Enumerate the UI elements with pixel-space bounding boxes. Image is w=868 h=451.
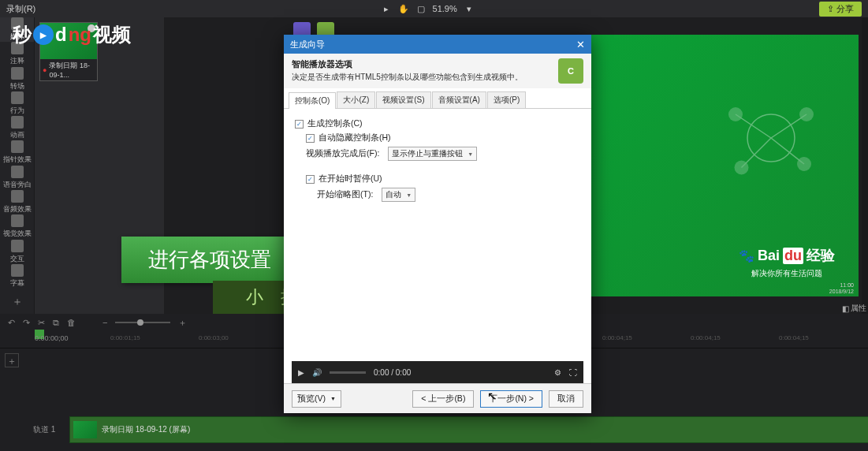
sidebar-item-cursor[interactable]: 指针效果 — [0, 140, 34, 165]
sidebar-label: 注释 — [10, 56, 24, 66]
timeline-clip[interactable]: 录制日期 18-09-12 (屏幕) — [69, 416, 868, 443]
label-thumb: 开始缩略图(T): — [317, 189, 373, 200]
dialog-header-desc: 决定是否生成带有HTML5控制条以及哪些功能包含到生成视频中。 — [292, 72, 523, 83]
delete-icon[interactable]: 🗑 — [67, 318, 76, 327]
cut-icon[interactable]: ✂ — [38, 318, 45, 328]
dialog-header: 智能播放器选项 决定是否生成带有HTML5控制条以及哪些功能包含到生成视频中。 … — [284, 54, 591, 88]
dialog-tabs: 控制条(O) 大小(Z) 视频设置(S) 音频设置(A) 选项(P) — [284, 88, 591, 109]
sidebar-item-transition[interactable]: 转场 — [0, 67, 34, 91]
sidebar-item-interact[interactable]: 交互 — [0, 239, 34, 263]
clip-thumb-icon — [73, 421, 97, 438]
close-icon[interactable]: ✕ — [576, 39, 585, 50]
combo-thumb-value: 自动 — [386, 189, 401, 200]
mic-icon — [11, 166, 24, 178]
zoom-value[interactable]: 51.9% — [433, 4, 457, 13]
svg-line-8 — [771, 138, 804, 164]
cursor-icon — [11, 140, 24, 153]
hand-icon[interactable]: ✋ — [398, 4, 409, 14]
zoom-controls: ▸ ✋ ▢ 51.9% ▾ — [381, 4, 475, 14]
play-circle-icon: ▶ — [33, 24, 54, 45]
audio-icon — [11, 190, 24, 203]
animation-icon — [11, 116, 24, 129]
checkbox-auto-hide[interactable]: ✓ — [306, 134, 315, 143]
pointer-icon[interactable]: ▸ — [381, 4, 392, 14]
tab-video[interactable]: 视频设置(S) — [376, 91, 430, 108]
tab-controls[interactable]: 控制条(O) — [289, 92, 336, 109]
sidebar-label: 交互 — [10, 254, 24, 264]
play-icon[interactable]: ▶ — [298, 368, 304, 377]
gear-icon[interactable]: ⚙ — [554, 368, 561, 377]
brand-left: Bai — [758, 248, 780, 264]
ruler-tick: 0:00:01;15 — [110, 334, 140, 341]
chevron-down-icon[interactable]: ▾ — [464, 4, 475, 14]
zoom-out-icon[interactable]: − — [102, 318, 107, 327]
properties-label: 属性 — [851, 303, 866, 314]
zoom-slider[interactable] — [115, 322, 170, 323]
slider-knob[interactable] — [137, 319, 143, 326]
crop-icon[interactable]: ▢ — [415, 4, 427, 14]
sidebar-label: 音频效果 — [3, 204, 32, 214]
menubar: 录制(R) ▸ ✋ ▢ 51.9% ▾ ⇪ 分享 — [0, 0, 868, 17]
brand-mid: du — [783, 248, 803, 264]
clip-label: 录制日期 18-09-12 (屏幕) — [102, 424, 190, 435]
label-pause-start: 在开始时暂停(U) — [319, 173, 382, 184]
export-wizard-dialog: 生成向导 ✕ 智能播放器选项 决定是否生成带有HTML5控制条以及哪些功能包含到… — [284, 35, 591, 413]
ruler-tick: 0:00:04;15 — [691, 334, 721, 341]
menu-record[interactable]: 录制(R) — [6, 3, 35, 15]
paw-icon: 🐾 — [739, 248, 754, 263]
redo-icon[interactable]: ↷ — [23, 318, 30, 328]
back-button[interactable]: < 上一步(B) — [412, 390, 474, 408]
combo-after-play[interactable]: 显示停止与重播按钮 ▼ — [388, 147, 477, 161]
dialog-footer: 预览(V) ▼ < 上一步(B) 下一步(N) > 取消 — [284, 383, 591, 413]
annotation-main: 进行各项设置 — [121, 237, 298, 283]
record-dot-icon: ● — [43, 66, 47, 74]
logo-part: 秒 — [13, 22, 32, 47]
sidebar-item-narration[interactable]: 语音旁白 — [0, 166, 34, 190]
bulb-decoration-icon — [712, 79, 830, 197]
undo-icon[interactable]: ↶ — [8, 318, 15, 328]
ruler-tick: 0:00:04;15 — [779, 334, 809, 341]
zoom-in-icon[interactable]: ＋ — [178, 317, 187, 329]
sidebar-label: 语音旁白 — [3, 180, 32, 190]
preview-button[interactable]: 预览(V) ▼ — [292, 390, 341, 408]
sidebar-item-audiofx[interactable]: 音频效果 — [0, 190, 34, 214]
clip-name: 录制日期 18-09-1... — [49, 61, 95, 79]
dialog-title: 生成向导 — [290, 39, 325, 50]
volume-icon[interactable]: 🔊 — [312, 368, 322, 377]
add-panel-button[interactable]: ＋ — [9, 293, 25, 309]
sidebar-item-animation[interactable]: 动画 — [0, 116, 34, 140]
progress-bar[interactable] — [330, 371, 366, 374]
copy-icon[interactable]: ⧉ — [53, 318, 59, 328]
interact-icon — [11, 240, 24, 252]
sidebar-item-behavior[interactable]: 行为 — [0, 91, 34, 116]
share-button[interactable]: ⇪ 分享 — [819, 2, 862, 17]
tab-options[interactable]: 选项(P) — [487, 91, 526, 108]
clock-readout: 11:00 2018/9/12 — [829, 282, 854, 295]
logo-part: d — [55, 24, 67, 46]
logo-part: 视频 — [93, 22, 131, 47]
checkbox-pause-start[interactable]: ✓ — [306, 175, 315, 184]
checkbox-gen-controls[interactable]: ✓ — [295, 120, 304, 129]
label-after-play: 视频播放完成后(F): — [306, 148, 379, 159]
time-readout: 0:00 / 0:00 — [374, 368, 411, 377]
cancel-button[interactable]: 取消 — [549, 390, 583, 408]
brand-block: 🐾 Baidu经验 解决你所有生活问题 — [739, 246, 835, 279]
track-label: 轨道 1 — [33, 424, 55, 435]
chevron-down-icon: ▼ — [406, 192, 412, 198]
behavior-icon — [11, 91, 24, 104]
tab-size[interactable]: 大小(Z) — [337, 91, 375, 108]
dialog-body: ✓ 生成控制条(C) ✓ 自动隐藏控制条(H) 视频播放完成后(F): 显示停止… — [284, 109, 591, 350]
sidebar-label: 视觉效果 — [3, 229, 32, 239]
combo-thumb[interactable]: 自动 ▼ — [382, 188, 415, 202]
preview-label: 预览(V) — [297, 393, 326, 404]
sidebar-item-caption[interactable]: 字幕 — [0, 264, 34, 289]
sidebar-item-visualfx[interactable]: 视觉效果 — [0, 214, 34, 239]
properties-toggle[interactable]: ◧ 属性 — [842, 303, 866, 314]
fullscreen-icon[interactable]: ⛶ — [569, 368, 577, 377]
add-track-button[interactable]: ＋ — [5, 353, 19, 367]
dialog-titlebar[interactable]: 生成向导 ✕ — [284, 35, 591, 54]
controlbar-preview: ▶ 🔊 0:00 / 0:00 ⚙ ⛶ — [292, 361, 583, 383]
next-button[interactable]: 下一步(N) > — [480, 390, 542, 408]
canvas-scrollbar[interactable] — [862, 17, 868, 314]
tab-audio[interactable]: 音频设置(A) — [432, 91, 486, 108]
